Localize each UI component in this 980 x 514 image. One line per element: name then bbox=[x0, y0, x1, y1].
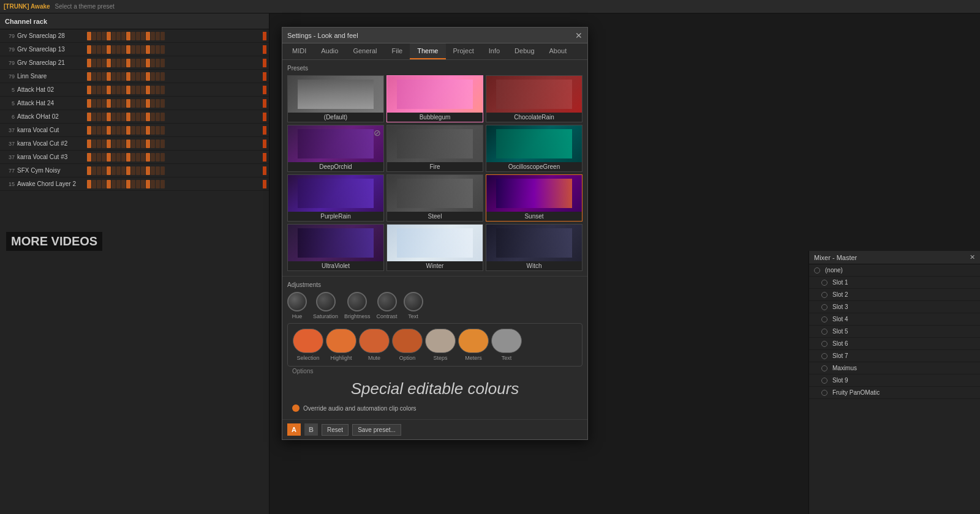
step-button[interactable] bbox=[146, 113, 150, 121]
step-button[interactable] bbox=[141, 140, 145, 148]
step-button[interactable] bbox=[116, 59, 121, 67]
step-button[interactable] bbox=[160, 166, 165, 175]
channel-row[interactable]: 77SFX Cym Noisy bbox=[0, 164, 269, 177]
preset-witch[interactable]: Witch bbox=[486, 224, 582, 271]
step-button[interactable] bbox=[136, 140, 140, 148]
step-button[interactable] bbox=[111, 180, 116, 188]
step-button[interactable] bbox=[107, 59, 111, 67]
channel-row[interactable]: 5Attack Hat 02 bbox=[0, 83, 269, 97]
step-button[interactable] bbox=[136, 45, 140, 54]
step-button[interactable] bbox=[92, 166, 96, 175]
step-button[interactable] bbox=[151, 72, 155, 81]
mixer-slot-7[interactable]: Slot 7 bbox=[809, 350, 980, 362]
mixer-slot-fruity[interactable]: Fruity PanOMatic bbox=[809, 387, 980, 399]
step-button[interactable] bbox=[141, 99, 145, 108]
step-button[interactable] bbox=[160, 113, 165, 121]
step-button[interactable] bbox=[136, 72, 140, 81]
step-button[interactable] bbox=[121, 113, 126, 121]
step-button[interactable] bbox=[92, 113, 96, 121]
step-button[interactable] bbox=[87, 99, 91, 108]
swatch-highlight[interactable] bbox=[326, 329, 356, 353]
step-button[interactable] bbox=[97, 72, 101, 81]
swatch-mute[interactable] bbox=[359, 329, 390, 353]
step-button[interactable] bbox=[111, 140, 116, 148]
tab-project[interactable]: Project bbox=[446, 43, 481, 59]
step-button[interactable] bbox=[160, 86, 165, 94]
step-button[interactable] bbox=[97, 59, 101, 67]
step-button[interactable] bbox=[156, 45, 160, 54]
step-button[interactable] bbox=[141, 86, 145, 94]
step-button[interactable] bbox=[160, 45, 165, 54]
step-button[interactable] bbox=[131, 140, 135, 148]
step-button[interactable] bbox=[156, 153, 160, 162]
step-button[interactable] bbox=[141, 126, 145, 135]
channel-row[interactable]: 79Linn Snare bbox=[0, 70, 269, 83]
step-button[interactable] bbox=[146, 45, 150, 54]
channel-row[interactable]: 37karra Vocal Cut #3 bbox=[0, 151, 269, 164]
step-button[interactable] bbox=[131, 166, 135, 175]
step-button[interactable] bbox=[107, 140, 111, 148]
step-button[interactable] bbox=[151, 32, 155, 40]
step-button[interactable] bbox=[136, 166, 140, 175]
step-button[interactable] bbox=[92, 126, 96, 135]
step-button[interactable] bbox=[102, 166, 106, 175]
step-button[interactable] bbox=[97, 140, 101, 148]
step-button[interactable] bbox=[121, 180, 126, 188]
step-button[interactable] bbox=[126, 45, 130, 54]
mixer-slot-3[interactable]: Slot 3 bbox=[809, 301, 980, 313]
step-button[interactable] bbox=[151, 140, 155, 148]
step-button[interactable] bbox=[131, 126, 135, 135]
step-button[interactable] bbox=[102, 32, 106, 40]
step-button[interactable] bbox=[116, 153, 121, 162]
mixer-slot-5[interactable]: Slot 5 bbox=[809, 326, 980, 338]
step-button[interactable] bbox=[131, 72, 135, 81]
step-button[interactable] bbox=[102, 99, 106, 108]
mixer-slot-9[interactable]: Slot 9 bbox=[809, 374, 980, 387]
preset-ultraviolet[interactable]: UltraViolet bbox=[287, 224, 384, 271]
step-button[interactable] bbox=[131, 180, 135, 188]
step-button[interactable] bbox=[146, 72, 150, 81]
step-button[interactable] bbox=[111, 32, 116, 40]
step-button[interactable] bbox=[131, 86, 135, 94]
step-button[interactable] bbox=[160, 99, 165, 108]
step-button[interactable] bbox=[121, 72, 126, 81]
tab-info[interactable]: Info bbox=[481, 43, 507, 59]
preset-purplerain[interactable]: PurpleRain bbox=[287, 174, 384, 222]
step-button[interactable] bbox=[97, 99, 101, 108]
tab-debug[interactable]: Debug bbox=[507, 43, 541, 59]
step-button[interactable] bbox=[156, 126, 160, 135]
step-button[interactable] bbox=[116, 126, 121, 135]
step-button[interactable] bbox=[136, 126, 140, 135]
override-dot-icon[interactable] bbox=[292, 404, 300, 412]
step-button[interactable] bbox=[116, 113, 121, 121]
step-button[interactable] bbox=[92, 86, 96, 94]
step-button[interactable] bbox=[136, 59, 140, 67]
step-button[interactable] bbox=[97, 126, 101, 135]
step-button[interactable] bbox=[116, 166, 121, 175]
mixer-slot-maximus[interactable]: Maximus bbox=[809, 362, 980, 374]
step-button[interactable] bbox=[102, 59, 106, 67]
btn-b[interactable]: B bbox=[304, 423, 318, 436]
tab-about[interactable]: About bbox=[542, 43, 575, 59]
step-button[interactable] bbox=[136, 153, 140, 162]
step-button[interactable] bbox=[131, 99, 135, 108]
channel-row[interactable]: 37karra Vocal Cut #2 bbox=[0, 137, 269, 151]
step-button[interactable] bbox=[151, 59, 155, 67]
step-button[interactable] bbox=[141, 153, 145, 162]
step-button[interactable] bbox=[87, 140, 91, 148]
knob-text[interactable] bbox=[404, 292, 423, 311]
step-button[interactable] bbox=[126, 113, 130, 121]
step-button[interactable] bbox=[151, 113, 155, 121]
step-button[interactable] bbox=[102, 180, 106, 188]
step-button[interactable] bbox=[126, 140, 130, 148]
step-button[interactable] bbox=[107, 166, 111, 175]
step-button[interactable] bbox=[160, 140, 165, 148]
step-button[interactable] bbox=[87, 180, 91, 188]
step-button[interactable] bbox=[92, 153, 96, 162]
step-button[interactable] bbox=[156, 99, 160, 108]
step-button[interactable] bbox=[92, 59, 96, 67]
step-button[interactable] bbox=[126, 153, 130, 162]
step-button[interactable] bbox=[87, 153, 91, 162]
step-button[interactable] bbox=[146, 140, 150, 148]
step-button[interactable] bbox=[131, 45, 135, 54]
